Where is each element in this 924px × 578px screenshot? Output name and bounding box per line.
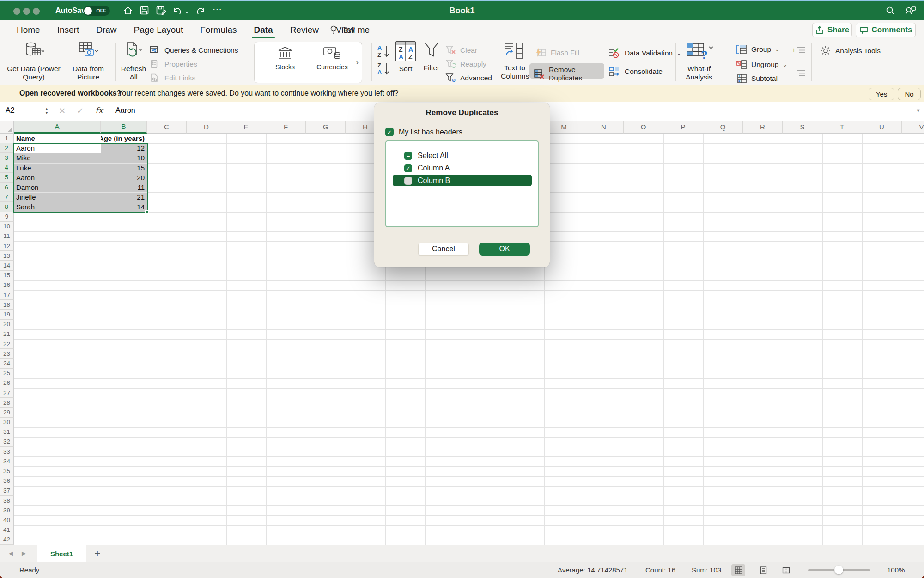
row-header-3[interactable]: 3 <box>0 153 14 163</box>
cell-a3[interactable]: Mike <box>14 153 101 163</box>
column-header-c[interactable]: C <box>147 121 187 134</box>
dialog-column-option-column-a[interactable]: ✓Column A <box>386 162 538 174</box>
contact-support-icon[interactable] <box>905 6 917 16</box>
row-header-10[interactable]: 10 <box>0 222 14 231</box>
tab-home[interactable]: Home <box>16 21 41 39</box>
column-header-d[interactable]: D <box>187 121 226 134</box>
row-header-32[interactable]: 32 <box>0 437 14 447</box>
row-header-15[interactable]: 15 <box>0 271 14 280</box>
tab-insert[interactable]: Insert <box>56 21 80 39</box>
row-header-17[interactable]: 17 <box>0 290 14 300</box>
cell-b6[interactable]: 11 <box>101 183 147 192</box>
column-header-b[interactable]: B <box>101 121 147 134</box>
cell-b7[interactable]: 21 <box>101 192 147 202</box>
row-header-40[interactable]: 40 <box>0 515 14 525</box>
text-to-columns-button[interactable]: Text to Columns <box>501 41 529 80</box>
cell-a6[interactable]: Damon <box>14 183 101 192</box>
cell-b4[interactable]: 15 <box>101 163 147 173</box>
cancel-entry-icon[interactable]: ✕ <box>59 106 66 116</box>
row-header-41[interactable]: 41 <box>0 525 14 535</box>
cell-a5[interactable]: Aaron <box>14 173 101 183</box>
row-header-35[interactable]: 35 <box>0 466 14 476</box>
hide-detail-button[interactable]: − <box>792 69 806 78</box>
normal-view-button[interactable] <box>731 564 745 576</box>
row-header-20[interactable]: 20 <box>0 320 14 329</box>
dialog-column-option-column-b[interactable]: Column B <box>386 175 538 187</box>
column-header-r[interactable]: R <box>743 121 783 134</box>
row-header-24[interactable]: 24 <box>0 359 14 368</box>
row-header-26[interactable]: 26 <box>0 378 14 388</box>
column-header-m[interactable]: M <box>544 121 584 134</box>
queries-connections-button[interactable]: Queries & Connections <box>150 45 238 55</box>
column-header-g[interactable]: G <box>306 121 346 134</box>
page-break-view-button[interactable] <box>779 564 793 576</box>
column-header-f[interactable]: F <box>266 121 306 134</box>
formula-bar-value[interactable]: Aaron <box>116 106 135 115</box>
tab-draw[interactable]: Draw <box>95 21 117 39</box>
row-header-6[interactable]: 6 <box>0 183 14 192</box>
data-validation-button[interactable]: Data Validation ⌄ <box>608 47 681 59</box>
cancel-button[interactable]: Cancel <box>418 243 469 256</box>
column-header-a[interactable]: A <box>14 121 101 134</box>
row-header-29[interactable]: 29 <box>0 408 14 417</box>
row-header-25[interactable]: 25 <box>0 369 14 378</box>
row-header-2[interactable]: 2 <box>0 143 14 153</box>
refresh-all-button[interactable]: Refresh All <box>118 41 149 81</box>
row-header-1[interactable]: 1 <box>0 134 14 143</box>
sort-button[interactable]: ZAAZ Sort <box>394 41 418 73</box>
stocks-button[interactable]: Stocks <box>262 46 308 71</box>
cell-b5[interactable]: 20 <box>101 173 147 183</box>
cell-b8[interactable]: 14 <box>101 202 147 212</box>
column-header-p[interactable]: P <box>663 121 703 134</box>
row-header-14[interactable]: 14 <box>0 261 14 270</box>
cell-a4[interactable]: Luke <box>14 163 101 173</box>
row-header-8[interactable]: 8 <box>0 202 14 212</box>
sort-ascending-button[interactable]: AZ <box>376 44 392 59</box>
cell-reference-stepper[interactable]: ▲▼ <box>41 104 50 118</box>
column-header-q[interactable]: Q <box>703 121 743 134</box>
get-data-button[interactable]: Get Data (Power Query) <box>6 41 62 81</box>
sort-descending-button[interactable]: ZA <box>376 61 392 76</box>
zoom-slider-knob[interactable] <box>834 566 843 574</box>
row-header-37[interactable]: 37 <box>0 486 14 496</box>
row-header-16[interactable]: 16 <box>0 280 14 290</box>
subtotal-button[interactable]: += Subtotal <box>736 73 778 84</box>
column-a-checkbox[interactable]: ✓ <box>404 164 412 172</box>
row-header-11[interactable]: 11 <box>0 231 14 241</box>
filter-button[interactable]: Filter <box>419 41 444 72</box>
select-all-corner[interactable] <box>0 121 14 134</box>
no-button[interactable]: No <box>898 88 921 100</box>
row-header-18[interactable]: 18 <box>0 300 14 310</box>
tab-formulas[interactable]: Formulas <box>199 21 237 39</box>
cell-a1[interactable]: Name <box>14 134 101 143</box>
remove-duplicates-button[interactable]: Remove Duplicates <box>529 63 604 79</box>
add-sheet-button[interactable]: + <box>91 547 103 560</box>
what-if-analysis-button[interactable]: ? What-If Analysis <box>680 41 718 81</box>
tell-me-box[interactable]: Tell me <box>329 20 370 39</box>
column-header-n[interactable]: N <box>584 121 624 134</box>
yes-button[interactable]: Yes <box>869 88 894 100</box>
search-icon[interactable] <box>885 6 895 16</box>
row-header-31[interactable]: 31 <box>0 427 14 437</box>
columns-list-box[interactable]: –Select All✓Column AColumn B <box>385 140 539 227</box>
advanced-filter-button[interactable]: ⚙ Advanced <box>445 73 492 83</box>
row-header-23[interactable]: 23 <box>0 349 14 359</box>
share-button[interactable]: Share <box>812 23 852 37</box>
sheet-tab-sheet1[interactable]: Sheet1 <box>37 545 86 562</box>
row-header-33[interactable]: 33 <box>0 447 14 456</box>
ungroup-button[interactable]: Ungroup ⌄ <box>736 59 787 70</box>
my-list-has-headers-option[interactable]: ✓ My list has headers <box>385 128 462 136</box>
row-header-30[interactable]: 30 <box>0 418 14 427</box>
row-header-4[interactable]: 4 <box>0 163 14 173</box>
column-header-o[interactable]: O <box>624 121 663 134</box>
row-header-19[interactable]: 19 <box>0 310 14 319</box>
row-header-38[interactable]: 38 <box>0 496 14 505</box>
row-header-27[interactable]: 27 <box>0 388 14 398</box>
row-header-42[interactable]: 42 <box>0 535 14 545</box>
formula-bar-expand-icon[interactable]: ▼ <box>916 108 921 113</box>
row-header-21[interactable]: 21 <box>0 329 14 339</box>
ok-button[interactable]: OK <box>479 243 530 256</box>
row-header-34[interactable]: 34 <box>0 456 14 466</box>
name-box[interactable]: A2 ▲▼ <box>0 102 51 120</box>
column-b-checkbox[interactable] <box>404 177 412 185</box>
